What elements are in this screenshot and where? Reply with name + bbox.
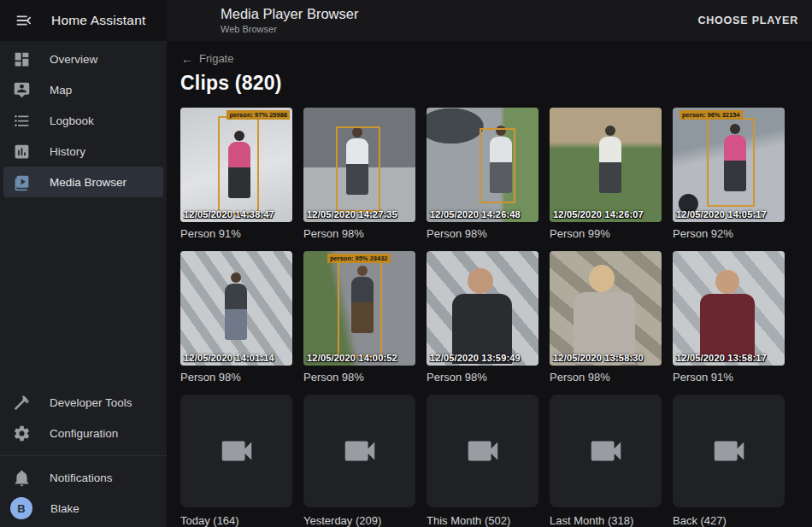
home-assistant-app: Home Assistant Media Player Browser Web … bbox=[0, 0, 812, 527]
breadcrumb-back-link[interactable]: ← Frigate bbox=[167, 51, 233, 66]
avatar: B bbox=[10, 497, 32, 519]
clip-item[interactable]: 12/05/2020 14:27:35 Person 98% bbox=[303, 108, 415, 241]
app-header: Home Assistant Media Player Browser Web … bbox=[0, 0, 812, 41]
folder-item-this-month[interactable]: This Month (502) bbox=[427, 395, 538, 527]
sidebar-spacer bbox=[0, 197, 167, 387]
clip-thumbnail: person: 95% 23432 12/05/2020 14:00:52 bbox=[303, 251, 415, 366]
clips-grid: person: 97% 29988 12/05/2020 14:38:47 Pe… bbox=[180, 108, 812, 527]
clip-label: Person 91% bbox=[180, 226, 292, 241]
folder-item-last-month[interactable]: Last Month (318) bbox=[550, 395, 662, 527]
person-bounding-box bbox=[480, 128, 515, 203]
folder-label: Yesterday (209) bbox=[303, 513, 415, 527]
folder-tile bbox=[673, 395, 785, 507]
clip-timestamp: 12/05/2020 14:26:07 bbox=[553, 209, 644, 220]
sidebar-item-label: Media Browser bbox=[50, 176, 127, 189]
clip-thumbnail: 12/05/2020 14:01:14 bbox=[180, 251, 292, 366]
video-camera-icon bbox=[340, 431, 380, 471]
clip-timestamp: 12/05/2020 14:38:47 bbox=[184, 209, 274, 220]
folder-tile bbox=[180, 395, 292, 507]
tooltip-account-icon bbox=[13, 81, 31, 99]
sidebar-item-map[interactable]: Map bbox=[3, 74, 163, 105]
clip-timestamp: 12/05/2020 14:27:35 bbox=[307, 209, 397, 220]
folder-tile bbox=[303, 395, 415, 507]
folder-item-back[interactable]: Back (427) bbox=[673, 395, 785, 527]
person-bounding-box bbox=[338, 261, 382, 357]
person-bounding-box bbox=[336, 126, 380, 212]
clip-label: Person 98% bbox=[180, 370, 292, 384]
gear-icon bbox=[13, 425, 31, 442]
clip-label: Person 98% bbox=[427, 370, 538, 384]
sidebar-item-logbook[interactable]: Logbook bbox=[3, 105, 163, 136]
detection-tag: person: 97% 29988 bbox=[227, 110, 290, 120]
sidebar-item-label: Map bbox=[50, 84, 72, 97]
clip-item[interactable]: 12/05/2020 14:26:07 Person 99% bbox=[550, 108, 662, 241]
sidebar-item-configuration[interactable]: Configuration bbox=[3, 418, 163, 448]
user-name-label: Blake bbox=[50, 502, 79, 515]
menu-toggle-button[interactable] bbox=[12, 9, 36, 32]
play-box-multiple-icon bbox=[13, 173, 31, 191]
sidebar: Overview Map Logbook History bbox=[0, 41, 167, 527]
menu-open-icon bbox=[15, 11, 33, 30]
media-browser-content: ← Frigate Clips (820) person: 97% 29988 … bbox=[167, 41, 812, 527]
clip-item[interactable]: person: 96% 32154 12/05/2020 14:05:17 Pe… bbox=[673, 108, 785, 241]
sidebar-item-overview[interactable]: Overview bbox=[3, 44, 163, 74]
folder-item-today[interactable]: Today (164) bbox=[180, 395, 292, 527]
clip-timestamp: 12/05/2020 13:58:30 bbox=[553, 353, 644, 363]
detection-tag: person: 95% 23432 bbox=[327, 254, 391, 263]
toolbar: Media Player Browser Web Browser CHOOSE … bbox=[167, 0, 812, 41]
sidebar-item-media-browser[interactable]: Media Browser bbox=[3, 167, 163, 197]
app-title: Home Assistant bbox=[51, 13, 145, 28]
clip-thumbnail: 12/05/2020 13:58:17 bbox=[673, 251, 785, 366]
folder-label: Last Month (318) bbox=[550, 513, 662, 527]
sidebar-item-label: Logbook bbox=[50, 114, 94, 127]
toolbar-titles: Media Player Browser Web Browser bbox=[221, 6, 358, 35]
choose-player-button[interactable]: CHOOSE PLAYER bbox=[692, 8, 803, 33]
clip-thumbnail: 12/05/2020 14:26:07 bbox=[550, 108, 662, 222]
clip-item[interactable]: 12/05/2020 13:59:49 Person 98% bbox=[427, 251, 538, 384]
arrow-left-icon: ← bbox=[181, 52, 193, 66]
sidebar-item-developer-tools[interactable]: Developer Tools bbox=[3, 387, 163, 418]
clip-timestamp: 12/05/2020 13:59:49 bbox=[430, 353, 521, 363]
clip-item[interactable]: 12/05/2020 13:58:30 Person 98% bbox=[550, 251, 662, 384]
sidebar-item-label: Overview bbox=[50, 53, 97, 66]
breadcrumb-label: Frigate bbox=[199, 52, 233, 65]
sidebar-item-label: Developer Tools bbox=[50, 396, 132, 409]
clip-timestamp: 12/05/2020 14:05:17 bbox=[676, 209, 767, 220]
hammer-icon bbox=[13, 394, 31, 412]
clip-thumbnail: person: 97% 29988 12/05/2020 14:38:47 bbox=[180, 108, 292, 222]
clip-label: Person 98% bbox=[303, 226, 415, 241]
clip-thumbnail: 12/05/2020 13:58:30 bbox=[550, 251, 662, 366]
view-dashboard-icon bbox=[13, 50, 31, 68]
folder-tile bbox=[427, 395, 538, 507]
page-header-subtitle: Web Browser bbox=[221, 24, 358, 35]
sidebar-item-profile[interactable]: B Blake bbox=[3, 493, 163, 524]
page-header-title: Media Player Browser bbox=[221, 6, 358, 22]
sidebar-divider bbox=[0, 455, 167, 456]
clip-thumbnail: 12/05/2020 14:27:35 bbox=[303, 108, 415, 222]
folder-label: This Month (502) bbox=[427, 513, 538, 527]
clip-item[interactable]: 12/05/2020 14:26:48 Person 98% bbox=[427, 108, 538, 241]
clip-item[interactable]: 12/05/2020 14:01:14 Person 98% bbox=[180, 251, 292, 384]
clip-thumbnail: 12/05/2020 13:59:49 bbox=[427, 251, 538, 366]
clip-item[interactable]: person: 95% 23432 12/05/2020 14:00:52 Pe… bbox=[303, 251, 415, 384]
person-bounding-box bbox=[218, 116, 259, 215]
list-bulleted-icon bbox=[13, 112, 31, 130]
clip-timestamp: 12/05/2020 14:00:52 bbox=[307, 353, 397, 363]
folder-tile bbox=[550, 395, 662, 507]
folder-label: Back (427) bbox=[673, 513, 785, 527]
sidebar-item-notifications[interactable]: Notifications bbox=[3, 462, 163, 493]
sidebar-item-label: Configuration bbox=[50, 427, 118, 440]
clip-timestamp: 12/05/2020 14:01:14 bbox=[184, 353, 274, 363]
clip-item[interactable]: person: 97% 29988 12/05/2020 14:38:47 Pe… bbox=[180, 108, 292, 241]
clip-label: Person 92% bbox=[673, 226, 785, 241]
sidebar-item-history[interactable]: History bbox=[3, 136, 163, 167]
clip-timestamp: 12/05/2020 14:26:48 bbox=[430, 209, 521, 220]
person-bounding-box bbox=[707, 118, 755, 207]
folder-item-yesterday[interactable]: Yesterday (209) bbox=[303, 395, 415, 527]
sidebar-item-label: Notifications bbox=[50, 471, 113, 484]
clip-item[interactable]: 12/05/2020 13:58:17 Person 91% bbox=[673, 251, 785, 384]
clip-thumbnail: person: 96% 32154 12/05/2020 14:05:17 bbox=[673, 108, 785, 222]
sidebar-header: Home Assistant bbox=[0, 0, 167, 41]
clip-label: Person 91% bbox=[673, 370, 785, 384]
sidebar-item-label: History bbox=[50, 145, 85, 158]
